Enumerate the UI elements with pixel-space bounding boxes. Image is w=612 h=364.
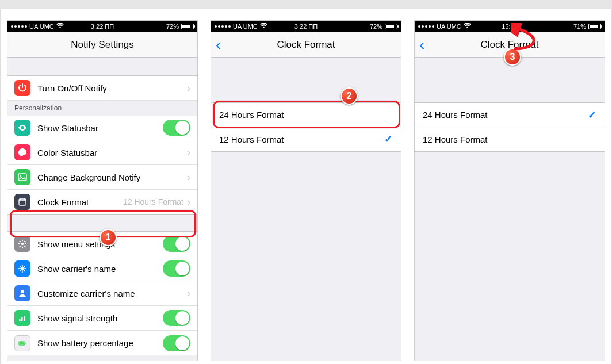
gear-icon [14, 236, 30, 252]
row-label: 24 Hours Format [219, 110, 284, 120]
toggle-on[interactable] [163, 120, 190, 136]
svg-rect-7 [24, 316, 25, 321]
chevron-right-icon: › [187, 196, 190, 208]
snowflake-icon [14, 260, 30, 277]
chevron-right-icon: › [187, 147, 190, 159]
screen-2: UA UMC 3:22 ПП 72% ‹ Clock Format 24 Hou… [211, 20, 401, 361]
nav-bar: Notify Settings [7, 32, 197, 58]
row-color-statusbar[interactable]: Color Statusbar › [7, 140, 197, 165]
svg-point-1 [20, 175, 21, 177]
svg-rect-6 [21, 317, 23, 321]
battery-icon [588, 24, 601, 29]
svg-rect-10 [20, 342, 24, 344]
row-label: Show signal strength [37, 313, 117, 323]
row-24h[interactable]: 24 Hours Format [211, 102, 401, 127]
row-24h[interactable]: 24 Hours Format ✓ [415, 102, 605, 127]
status-time: 3:22 ПП [91, 23, 114, 30]
checkmark-icon: ✓ [588, 109, 596, 121]
eye-icon [14, 120, 30, 136]
svg-rect-2 [19, 199, 26, 205]
row-label: 12 Hours Format [423, 135, 488, 144]
row-label: Clock Format [37, 197, 89, 207]
row-battery-pct[interactable]: Show battery percentage [7, 331, 197, 355]
tutorial-stage: UA UMC 3:22 ПП 72% Notify Settings Turn … [0, 9, 612, 364]
checkmark-icon: ✓ [384, 133, 393, 145]
person-icon [14, 285, 30, 301]
toggle-on[interactable] [163, 260, 190, 277]
row-12h[interactable]: 12 Hours Format ✓ [211, 127, 401, 152]
status-bar: UA UMC 15:22 71% [415, 21, 605, 32]
signal-dots-icon [215, 25, 231, 28]
row-custom-carrier[interactable]: Customize carrier's name › [7, 281, 197, 306]
row-show-menu[interactable]: Show menu settings [7, 232, 197, 256]
chevron-right-icon: › [187, 171, 190, 183]
spacer [211, 58, 401, 102]
battery-icon [14, 335, 30, 351]
signal-dots-icon [11, 25, 27, 28]
spacer [7, 58, 197, 76]
section-header: Personalization [7, 101, 197, 116]
carrier-label: UA UMC [233, 23, 258, 30]
nav-bar: ‹ Clock Format [415, 32, 605, 58]
wifi-icon [260, 22, 267, 30]
section-gap [7, 214, 197, 232]
back-button[interactable]: ‹ [216, 37, 221, 53]
battery-pct: 72% [370, 23, 382, 30]
row-label: 12 Hours Format [219, 135, 284, 144]
svg-rect-0 [18, 174, 26, 181]
toggle-on[interactable] [163, 335, 190, 351]
svg-rect-9 [25, 343, 26, 344]
svg-point-3 [21, 243, 24, 245]
signal-dots-icon [418, 25, 434, 28]
screen-3: UA UMC 15:22 71% ‹ Clock Format 24 Hours… [414, 20, 605, 361]
row-label: Turn On/Off Notify [37, 83, 107, 93]
row-label: Show battery percentage [37, 338, 133, 348]
battery-pct: 71% [573, 23, 586, 30]
row-show-carrier[interactable]: Show carrier's name [7, 256, 197, 281]
toggle-on[interactable] [163, 310, 190, 326]
row-clock-format[interactable]: Clock Format 12 Hours Format › [7, 190, 197, 214]
toggle-on[interactable] [163, 236, 190, 252]
palette-icon [14, 144, 30, 160]
status-time: 3:22 ПП [294, 23, 318, 30]
row-label: Show menu settings [37, 239, 115, 249]
row-notify-toggle[interactable]: Turn On/Off Notify › [7, 76, 197, 101]
row-label: Show Statusbar [37, 123, 98, 133]
carrier-label: UA UMC [29, 23, 54, 30]
chevron-right-icon: › [187, 288, 190, 300]
power-icon [14, 80, 30, 96]
status-bar: UA UMC 3:22 ПП 72% [211, 21, 401, 32]
page-title: Notify Settings [71, 39, 134, 51]
row-detail: 12 Hours Format [123, 197, 183, 206]
chevron-right-icon: › [187, 82, 190, 94]
battery-icon [181, 24, 194, 29]
battery-pct: 72% [166, 23, 179, 30]
signal-bars-icon [14, 310, 30, 326]
svg-rect-5 [19, 319, 21, 321]
wifi-icon [56, 22, 64, 30]
page-title: Clock Format [480, 39, 538, 51]
row-12h[interactable]: 12 Hours Format [415, 127, 605, 152]
row-change-bg[interactable]: Change Background Notify › [7, 165, 197, 190]
row-label: Change Background Notify [37, 173, 140, 182]
image-icon [14, 169, 30, 185]
row-label: Show carrier's name [37, 264, 116, 274]
status-bar: UA UMC 3:22 ПП 72% [7, 21, 197, 32]
row-label: 24 Hours Format [423, 110, 488, 120]
page-title: Clock Format [277, 39, 335, 51]
calendar-icon [14, 194, 30, 210]
row-label: Customize carrier's name [37, 289, 135, 298]
nav-bar: ‹ Clock Format [211, 32, 401, 58]
battery-icon [385, 24, 397, 29]
row-signal[interactable]: Show signal strength [7, 306, 197, 331]
status-time: 15:22 [502, 23, 518, 30]
row-label: Color Statusbar [37, 148, 97, 158]
carrier-label: UA UMC [437, 23, 461, 30]
screen-1: UA UMC 3:22 ПП 72% Notify Settings Turn … [7, 20, 198, 361]
row-show-statusbar[interactable]: Show Statusbar [7, 116, 197, 140]
wifi-icon [464, 22, 471, 30]
spacer [415, 58, 605, 102]
svg-point-4 [21, 290, 24, 293]
back-button[interactable]: ‹ [419, 37, 424, 53]
